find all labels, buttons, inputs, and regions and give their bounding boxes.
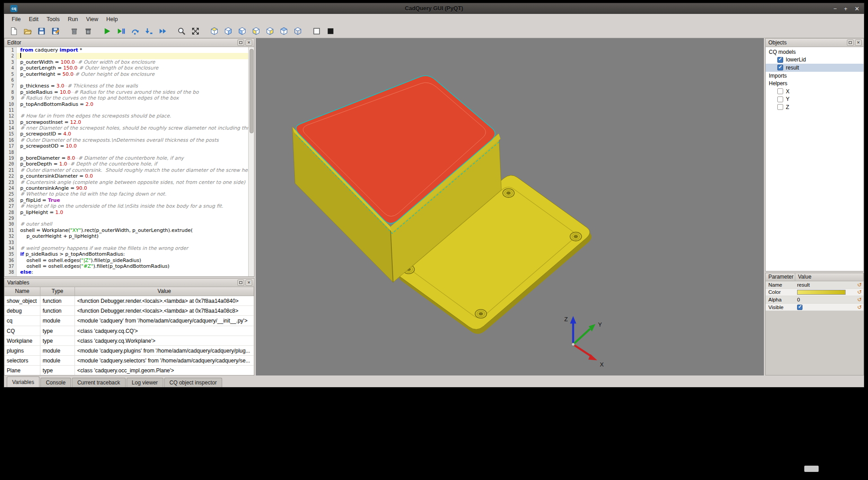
fit-all-button[interactable]: [189, 25, 201, 37]
menu-tools[interactable]: Tools: [43, 15, 64, 24]
checkbox-z[interactable]: [777, 104, 783, 110]
save-button[interactable]: [35, 25, 47, 37]
variables-row-show-object[interactable]: show_objectfunction<function Debugger.re…: [4, 296, 254, 306]
reset-icon[interactable]: ↺: [855, 305, 864, 310]
variables-row-plane[interactable]: Planetype<class 'cadquery.occ_impl.geom.…: [4, 366, 254, 375]
line-number: 5: [4, 71, 16, 77]
variables-row-plugins[interactable]: pluginsmodule<module 'cadquery.plugins' …: [4, 346, 254, 356]
checkbox-x[interactable]: [777, 88, 783, 94]
param-value-visible[interactable]: [795, 305, 855, 310]
view-top-icon: [280, 27, 288, 35]
debug-button[interactable]: [115, 25, 127, 37]
zoom-button[interactable]: [175, 25, 187, 37]
line-number: 12: [4, 113, 16, 119]
table-cell: <class 'cadquery.cq.CQ'>: [75, 326, 254, 336]
continue-button[interactable]: [157, 25, 168, 37]
menu-run[interactable]: Run: [64, 15, 82, 24]
param-value-name[interactable]: result: [795, 282, 855, 288]
tab-current-traceback[interactable]: Current traceback: [72, 378, 125, 387]
view-bottom-button[interactable]: [292, 25, 303, 37]
color-swatch[interactable]: [797, 290, 846, 295]
param-value-color[interactable]: [795, 290, 855, 295]
3d-viewport[interactable]: Z Y X: [256, 38, 764, 375]
editor-close-button[interactable]: ✕: [245, 39, 252, 46]
minimize-button[interactable]: −: [833, 6, 837, 12]
variables-row-workplane[interactable]: Workplanetype<class 'cadquery.cq.Workpla…: [4, 336, 254, 346]
tree-item-helpers[interactable]: Helpers: [766, 79, 864, 87]
objects-float-button[interactable]: [847, 39, 854, 46]
tree-item-x[interactable]: X: [766, 87, 864, 96]
tab-variables[interactable]: Variables: [7, 376, 39, 387]
editor-code[interactable]: from cadquery import *p_outerWidth = 100…: [17, 47, 248, 276]
reset-icon[interactable]: ↺: [855, 282, 864, 288]
tab-cq-object-inspector[interactable]: CQ object inspector: [164, 378, 222, 387]
tab-log-viewer[interactable]: Log viewer: [127, 378, 163, 387]
view-left-button[interactable]: [250, 25, 262, 37]
variables-row-cq[interactable]: CQtype<class 'cadquery.cq.CQ'>: [4, 326, 254, 336]
line-number: 10: [4, 101, 16, 107]
new-button[interactable]: [8, 25, 19, 37]
line-number: 28: [4, 209, 16, 215]
tab-console[interactable]: Console: [40, 378, 71, 387]
square-outline-button[interactable]: [311, 25, 322, 37]
param-column-header-value[interactable]: Value: [795, 273, 864, 281]
variables-close-button[interactable]: ✕: [245, 279, 252, 286]
clear-button[interactable]: [68, 25, 80, 37]
view-iso-button[interactable]: [208, 25, 220, 37]
reset-icon[interactable]: ↺: [855, 297, 864, 302]
variables-float-button[interactable]: [237, 279, 244, 286]
tree-item-imports[interactable]: Imports: [766, 72, 864, 80]
square-filled-button[interactable]: [324, 25, 336, 37]
tree-item-result[interactable]: result: [766, 64, 864, 72]
tree-item-z[interactable]: Z: [766, 103, 864, 111]
editor-float-button[interactable]: [237, 39, 244, 46]
editor-scrollbar[interactable]: [248, 47, 254, 276]
param-column-header-parameter[interactable]: Parameter: [766, 273, 795, 281]
variables-row-debug[interactable]: debugfunction<function Debugger.render.<…: [4, 306, 254, 316]
tree-item-lowerlid[interactable]: lowerLid: [766, 56, 864, 64]
variables-column-header-value[interactable]: Value: [75, 287, 254, 296]
objects-close-button[interactable]: ✕: [855, 39, 862, 46]
view-back-button[interactable]: [236, 25, 248, 37]
checkbox-lowerlid[interactable]: [777, 57, 783, 63]
visible-checkbox[interactable]: [797, 305, 802, 310]
variables-row-selectors[interactable]: selectorsmodule<module 'cadquery.selecto…: [4, 356, 254, 366]
code-line-32: p_outerHeight + p_lipHeight): [17, 233, 248, 239]
variables-row-cq[interactable]: cqmodule<module 'cadquery' from '/home/a…: [4, 316, 254, 326]
checkbox-result[interactable]: [777, 65, 783, 70]
menu-view[interactable]: View: [82, 15, 102, 24]
reset-icon[interactable]: ↺: [855, 289, 864, 295]
titlebar[interactable]: cq CadQuery GUI (PyQT) − + ✕: [4, 3, 864, 14]
param-name: Name: [766, 282, 795, 288]
variables-column-header-name[interactable]: Name: [4, 287, 40, 296]
variables-column-header-type[interactable]: Type: [40, 287, 75, 296]
open-icon: [23, 27, 32, 35]
view-right-button[interactable]: [264, 25, 276, 37]
close-button[interactable]: ✕: [855, 6, 859, 12]
editor-panel-header: Editor ✕: [4, 39, 254, 47]
menu-help[interactable]: Help: [102, 15, 122, 24]
step-into-button[interactable]: [143, 25, 154, 37]
editor-scrollbar-thumb[interactable]: [250, 49, 254, 133]
save-as-button[interactable]: [49, 25, 61, 37]
tree-item-y[interactable]: Y: [766, 96, 864, 104]
code-line-33: [17, 240, 248, 245]
render-button[interactable]: [101, 25, 113, 37]
table-cell: show_object: [4, 296, 40, 305]
view-front-button[interactable]: [222, 25, 234, 37]
variables-body: show_objectfunction<function Debugger.re…: [4, 296, 254, 375]
open-button[interactable]: [22, 25, 33, 37]
debug-icon: [117, 27, 125, 35]
checkbox-y[interactable]: [777, 96, 783, 102]
step-over-button[interactable]: [129, 25, 140, 37]
code-editor[interactable]: 1234567891011121314151617181920212223242…: [4, 47, 254, 276]
code-line-12: # How far in from the edges the screwpos…: [17, 113, 248, 119]
view-top-button[interactable]: [278, 25, 289, 37]
menu-file[interactable]: File: [8, 15, 25, 24]
tree-item-cq-models[interactable]: CQ models: [766, 48, 864, 56]
delete-button[interactable]: [82, 25, 94, 37]
param-value-alpha[interactable]: 0: [795, 297, 855, 302]
line-number: 23: [4, 179, 16, 185]
menu-edit[interactable]: Edit: [25, 15, 43, 24]
maximize-button[interactable]: +: [844, 6, 848, 12]
